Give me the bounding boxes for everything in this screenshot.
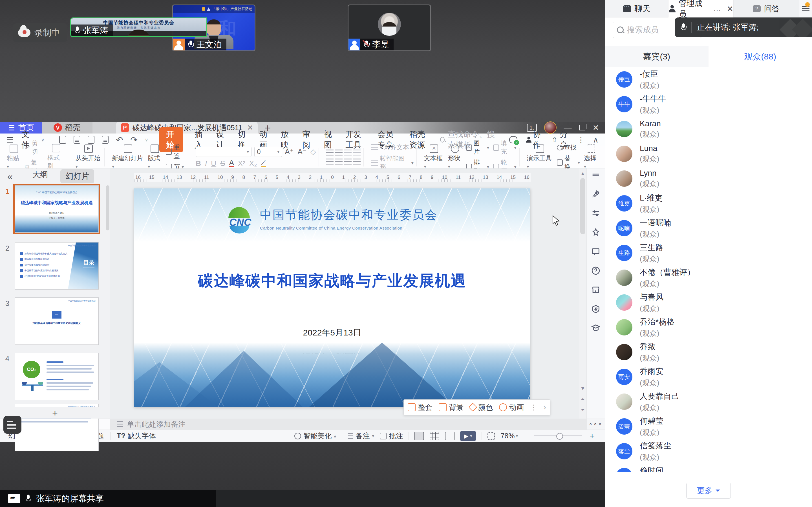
menu-tab-视图[interactable]: 视图 — [324, 129, 335, 151]
side-more-dots-icon[interactable]: ∘∘∘ — [587, 419, 605, 430]
cloud-sync-icon[interactable] — [509, 136, 517, 144]
font-color-button[interactable]: A — [229, 159, 234, 167]
zoom-in-button[interactable]: ＋ — [588, 430, 596, 442]
member-row[interactable]: 牛牛-牛牛牛(观众) — [605, 92, 812, 117]
comments-button[interactable]: 批注 — [380, 431, 403, 441]
shapes-button[interactable]: 形状▾ — [448, 145, 462, 170]
slide-canvas-area[interactable]: 1615141312111098765432101234567891011121… — [110, 168, 579, 418]
zoom-level[interactable]: 78%▾ — [500, 432, 518, 440]
reading-view-button[interactable] — [445, 432, 455, 440]
find-button[interactable]: 查找 — [557, 144, 580, 152]
slide-editor[interactable]: CNC 中国节能协会碳中和专业委员会 Carbon Neutrality Com… — [134, 188, 530, 407]
sorter-view-button[interactable] — [430, 432, 439, 440]
color-button[interactable]: 颜色 — [470, 402, 493, 412]
member-row[interactable]: 时间偷时间(观众) — [605, 464, 812, 472]
magic-star-icon[interactable] — [591, 228, 601, 237]
rocket-icon[interactable] — [591, 189, 601, 199]
slide-title[interactable]: 碳达峰碳中和国家战略与产业发展机遇 — [134, 271, 530, 291]
quickbar-expand-icon[interactable]: › — [544, 403, 546, 412]
slide-thumbnail-3[interactable]: 中国节能协会碳中和专业委员会一深刻领会碳达峰碳中和重大历史和现实意义 — [15, 297, 99, 345]
member-row[interactable]: 生路三生路(观众) — [605, 240, 812, 265]
redo-icon[interactable]: ↷ — [131, 135, 138, 145]
textbox-button[interactable]: A文本框▾ — [424, 145, 444, 170]
subtab-guests[interactable]: 嘉宾(3) — [605, 46, 709, 67]
drag-handle-icon[interactable] — [591, 170, 601, 180]
play-from-start-button[interactable]: 从头开始▾ — [75, 145, 102, 170]
select-button[interactable]: 选择▾ — [584, 145, 598, 170]
menu-tab-开发工具[interactable]: 开发工具 — [346, 129, 366, 151]
paste-button[interactable]: 粘贴▾ — [7, 145, 21, 170]
zoom-knob[interactable] — [556, 433, 563, 440]
justify-icon[interactable] — [353, 159, 361, 165]
video-tile-zhangjuntao[interactable]: 中国节能协会碳中和专业委员会 助力双碳目标 共筑零碳未来 张军涛 — [70, 17, 207, 37]
scrollbar-thumb[interactable] — [580, 178, 585, 234]
italic-button[interactable]: I — [205, 159, 207, 168]
align-text-button[interactable]: 对齐文本 — [384, 143, 409, 152]
tab-chat[interactable]: 聊天 — [605, 0, 668, 17]
member-row[interactable]: 乔致(观众) — [605, 340, 812, 364]
underline-button[interactable]: U — [211, 159, 216, 168]
export-icon[interactable] — [73, 136, 80, 144]
animation-button[interactable]: 动画 — [499, 402, 524, 412]
fit-window-icon[interactable] — [488, 432, 495, 440]
font-family-select[interactable]: ▾ — [196, 147, 252, 157]
font-size-select[interactable]: 0▾ — [254, 147, 282, 157]
slide-thumbnail-2[interactable]: 目录深刻领会碳达峰碳中和重大历史和现实意义国内碳中和的现状与分析碳中和重点领域趋… — [15, 242, 99, 290]
tab-slides[interactable]: 幻灯片 — [60, 169, 94, 183]
video-tile-liyu[interactable]: 李昱 — [348, 4, 431, 51]
member-row[interactable]: 与春风(观众) — [605, 290, 812, 315]
quickbar-more-icon[interactable]: ⋮ — [530, 403, 538, 412]
highlight-button[interactable]: ⟋ — [261, 159, 266, 167]
beautify-button[interactable]: 智能美化▴ — [294, 431, 336, 441]
tab-docer[interactable]: V 稻壳 — [42, 122, 93, 133]
member-row[interactable]: 呢喃一语呢喃(观众) — [605, 216, 812, 240]
number-list-icon[interactable] — [335, 150, 343, 156]
theme-set-button[interactable]: 整套 — [408, 402, 433, 412]
tab-close-icon[interactable]: ✕ — [727, 4, 733, 13]
layout-button[interactable]: 版式▾ — [148, 145, 162, 170]
restore-button[interactable] — [579, 125, 585, 130]
align-center-icon[interactable] — [335, 159, 343, 165]
new-slide-button[interactable]: 新建幻灯片▾ — [112, 145, 144, 170]
tab-more-icon[interactable]: … — [713, 4, 721, 13]
font-decrease-button[interactable]: A⁻ — [297, 147, 306, 156]
member-row[interactable]: 维吏L·维吏(观众) — [605, 191, 812, 216]
slide-thumbnail-1[interactable]: CNC 中国节能协会碳中和专业委员会碳达峰碳中和国家战略与产业发展机遇2022年… — [15, 185, 99, 233]
font-increase-button[interactable]: A⁺ — [285, 147, 294, 156]
meeting-float-list-button[interactable] — [3, 416, 21, 434]
member-row[interactable]: Luna(观众) — [605, 142, 812, 166]
member-row[interactable]: 雨安乔雨安(观众) — [605, 364, 812, 389]
help-icon[interactable] — [591, 266, 601, 276]
subscript-button[interactable]: X₂ — [249, 159, 257, 168]
subtab-audience[interactable]: 观众(88) — [709, 46, 812, 67]
indent-increase-icon[interactable] — [353, 150, 361, 156]
slideshow-icon[interactable] — [591, 247, 601, 256]
screen-share-status[interactable]: 张军涛的屏幕共享 — [0, 490, 216, 507]
zoom-out-button[interactable]: − — [523, 431, 529, 441]
superscript-button[interactable]: X² — [238, 159, 245, 168]
tab-qa[interactable]: ? 问答 — [733, 0, 799, 17]
preview-icon[interactable] — [102, 136, 109, 144]
collapse-ribbon-icon[interactable]: ∧ — [593, 135, 599, 145]
collapse-panel-button[interactable]: « — [7, 171, 13, 182]
more-caret-icon[interactable]: ∨ — [145, 137, 148, 143]
clear-format-icon[interactable]: ◇ — [310, 147, 316, 156]
tab-home[interactable]: 首页 — [0, 122, 42, 133]
next-slide-icon[interactable]: ⏷ — [579, 407, 587, 413]
panel-menu-button[interactable] — [799, 0, 812, 17]
format-painter-button[interactable]: 格式刷 — [47, 144, 65, 170]
bold-button[interactable]: B — [196, 159, 201, 168]
store-icon[interactable] — [591, 285, 601, 295]
member-row[interactable]: 乔治*杨格(观众) — [605, 315, 812, 340]
flash-badge-icon[interactable] — [591, 304, 601, 314]
settings-sliders-icon[interactable] — [591, 209, 601, 218]
cut-button[interactable]: ✂ 剪切 — [25, 139, 43, 156]
normal-view-button[interactable] — [414, 432, 424, 440]
more-menu-icon[interactable]: ⋮ — [577, 135, 585, 145]
present-tools-button[interactable]: 演示工具▾ — [527, 145, 553, 170]
slide-thumbnail-4[interactable]: CO₂ — [15, 353, 99, 400]
member-row[interactable]: 落尘信笺落尘(观众) — [605, 439, 812, 464]
print-icon[interactable] — [88, 136, 94, 144]
background-button[interactable]: 背景 — [439, 402, 463, 412]
bullet-list-icon[interactable] — [326, 150, 334, 156]
